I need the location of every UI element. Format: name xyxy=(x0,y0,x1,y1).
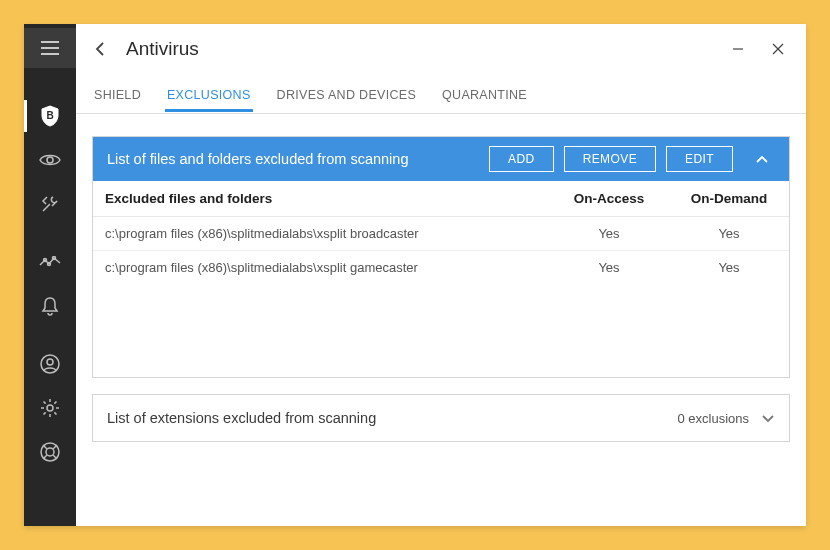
user-icon xyxy=(40,354,60,374)
svg-point-10 xyxy=(47,405,53,411)
chevron-left-icon xyxy=(95,41,105,57)
sidebar-item-protection[interactable]: B xyxy=(24,94,76,138)
activity-icon xyxy=(39,256,61,268)
svg-line-15 xyxy=(53,445,57,449)
table-row[interactable]: c:\program files (x86)\splitmedialabs\xs… xyxy=(93,251,789,285)
col-on-demand: On-Demand xyxy=(669,181,789,217)
gear-icon xyxy=(40,398,60,418)
excluded-extensions-panel: List of extensions excluded from scannin… xyxy=(92,394,790,442)
collapse-files-button[interactable] xyxy=(749,146,775,172)
expand-extensions-button[interactable] xyxy=(761,414,775,423)
minimize-icon xyxy=(732,43,744,55)
tab-exclusions[interactable]: EXCLUSIONS xyxy=(165,76,253,112)
sidebar-item-tools[interactable] xyxy=(24,182,76,226)
lifebuoy-icon xyxy=(40,442,60,462)
back-button[interactable] xyxy=(80,29,120,69)
col-path: Excluded files and folders xyxy=(93,181,549,217)
cell-on-demand: Yes xyxy=(669,251,789,285)
chevron-down-icon xyxy=(761,414,775,423)
sidebar-item-privacy[interactable] xyxy=(24,138,76,182)
excluded-files-title: List of files and folders excluded from … xyxy=(107,151,408,167)
excluded-files-header: List of files and folders excluded from … xyxy=(93,137,789,181)
tab-bar: SHIELD EXCLUSIONS DRIVES AND DEVICES QUA… xyxy=(76,74,806,114)
svg-line-14 xyxy=(53,455,57,459)
col-on-access: On-Access xyxy=(549,181,669,217)
cell-on-access: Yes xyxy=(549,251,669,285)
exclusions-count: 0 exclusions xyxy=(677,411,749,426)
add-button[interactable]: ADD xyxy=(489,146,554,172)
svg-point-4 xyxy=(47,157,53,163)
sidebar-item-settings[interactable] xyxy=(24,386,76,430)
svg-point-12 xyxy=(46,448,54,456)
hamburger-icon xyxy=(41,41,59,55)
shield-icon: B xyxy=(40,105,60,127)
sidebar-item-activity[interactable] xyxy=(24,240,76,284)
sidebar-item-support[interactable] xyxy=(24,430,76,474)
svg-text:B: B xyxy=(46,110,53,121)
cell-on-access: Yes xyxy=(549,217,669,251)
page-title: Antivirus xyxy=(126,38,199,60)
sidebar-item-notifications[interactable] xyxy=(24,284,76,328)
excluded-files-panel: List of files and folders excluded from … xyxy=(92,136,790,378)
tab-quarantine[interactable]: QUARANTINE xyxy=(440,76,529,112)
app-window: B Antivirus xyxy=(24,24,806,526)
eye-icon xyxy=(39,153,61,167)
main-area: Antivirus SHIELD EXCLUSIONS DRIVES AND D… xyxy=(76,24,806,526)
content: List of files and folders excluded from … xyxy=(76,114,806,526)
minimize-button[interactable] xyxy=(718,29,758,69)
chevron-up-icon xyxy=(755,155,769,164)
close-icon xyxy=(772,43,784,55)
sidebar-item-account[interactable] xyxy=(24,342,76,386)
tab-drives[interactable]: DRIVES AND DEVICES xyxy=(275,76,418,112)
cell-path: c:\program files (x86)\splitmedialabs\xs… xyxy=(93,217,549,251)
window-controls xyxy=(718,29,798,69)
cell-path: c:\program files (x86)\splitmedialabs\xs… xyxy=(93,251,549,285)
sidebar: B xyxy=(24,24,76,526)
edit-button[interactable]: EDIT xyxy=(666,146,733,172)
tools-icon xyxy=(40,194,60,214)
excluded-files-body: Excluded files and folders On-Access On-… xyxy=(93,181,789,377)
titlebar: Antivirus xyxy=(76,24,806,74)
svg-line-16 xyxy=(43,455,47,459)
svg-point-9 xyxy=(47,359,53,365)
remove-button[interactable]: REMOVE xyxy=(564,146,656,172)
excluded-files-table: Excluded files and folders On-Access On-… xyxy=(93,181,789,284)
close-button[interactable] xyxy=(758,29,798,69)
menu-toggle-button[interactable] xyxy=(24,28,76,68)
bell-icon xyxy=(41,296,59,316)
excluded-extensions-title: List of extensions excluded from scannin… xyxy=(107,410,376,426)
table-row[interactable]: c:\program files (x86)\splitmedialabs\xs… xyxy=(93,217,789,251)
cell-on-demand: Yes xyxy=(669,217,789,251)
tab-shield[interactable]: SHIELD xyxy=(92,76,143,112)
svg-line-13 xyxy=(43,445,47,449)
